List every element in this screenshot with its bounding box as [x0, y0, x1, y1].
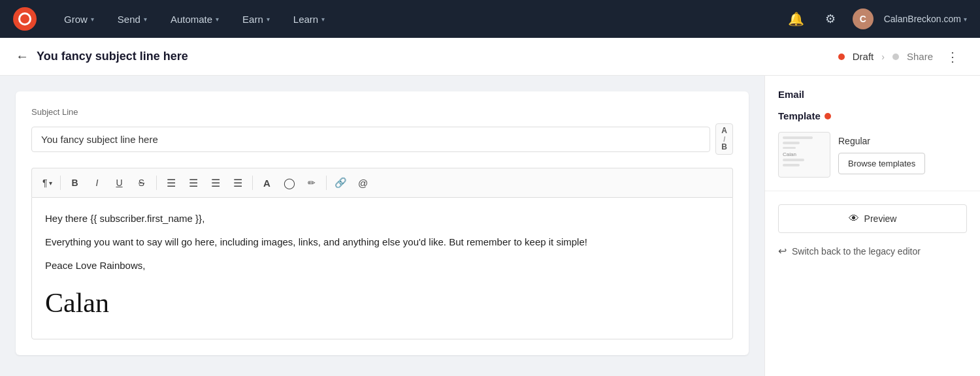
subject-label: Subject Line — [31, 107, 733, 117]
preview-text: Calan — [783, 151, 826, 157]
toolbar-separator-3 — [252, 176, 253, 190]
template-section-title: Template — [778, 110, 967, 121]
ab-label-a: A — [721, 127, 727, 135]
template-preview-thumbnail: Calan — [778, 132, 830, 178]
page-title: You fancy subject line here — [37, 50, 188, 63]
eraser-button[interactable]: ✏ — [301, 172, 322, 193]
legacy-editor-link[interactable]: ↩ Switch back to the legacy editor — [778, 245, 967, 257]
nav-item-automate[interactable]: Automate ▾ — [161, 8, 228, 30]
editor-card: Subject Line A / B ¶ ▾ B I U S — [16, 91, 749, 355]
preview-line-3 — [783, 147, 796, 149]
right-panel: Email Template Calan — [764, 76, 980, 376]
legacy-section: ↩ Switch back to the legacy editor — [765, 236, 980, 266]
email-section-title: Email — [778, 89, 967, 100]
nav-automate-label: Automate — [171, 14, 212, 25]
nav-learn-label: Learn — [293, 14, 318, 25]
template-dot-icon — [825, 113, 831, 119]
editor-line-3: Peace Love Rainbows, — [45, 258, 719, 274]
text-size-button[interactable]: A — [257, 172, 278, 193]
align-justify-button[interactable]: ☰ — [227, 172, 248, 193]
preview-section: 👁 Preview — [765, 204, 980, 236]
ab-label-b: B — [721, 143, 727, 151]
nav-item-earn[interactable]: Earn ▾ — [233, 8, 279, 30]
paragraph-chevron-icon: ▾ — [49, 180, 52, 187]
strikethrough-button[interactable]: S — [131, 172, 152, 193]
status-dot-icon — [838, 54, 845, 60]
editor-body[interactable]: Hey there {{ subscriber.first_name }}, E… — [31, 197, 733, 339]
template-name: Regular — [838, 136, 967, 146]
align-center-button[interactable]: ☰ — [183, 172, 204, 193]
legacy-link-label: Switch back to the legacy editor — [792, 246, 921, 257]
editor-line-2: Everything you want to say will go here,… — [45, 234, 719, 250]
automate-chevron-icon: ▾ — [216, 16, 219, 23]
domain-label: CalanBreckon.com — [884, 14, 961, 24]
bold-button[interactable]: B — [65, 172, 86, 193]
browse-templates-button[interactable]: Browse templates — [838, 153, 925, 174]
share-label: Share — [907, 51, 933, 62]
more-options-button[interactable]: ⋮ — [941, 46, 964, 67]
header-bar: ← You fancy subject line here Draft › Sh… — [0, 38, 980, 76]
subject-input-row: A / B — [31, 123, 733, 155]
preview-line-5 — [783, 164, 800, 166]
paragraph-icon: ¶ — [42, 178, 48, 188]
paragraph-format-button[interactable]: ¶ ▾ — [39, 175, 56, 191]
nav-grow-label: Grow — [64, 14, 88, 25]
nav-earn-label: Earn — [242, 14, 263, 25]
highlight-button[interactable]: ◯ — [279, 172, 300, 193]
subject-input[interactable] — [31, 127, 710, 152]
ab-test-badge[interactable]: A / B — [715, 123, 733, 155]
nav-right-section: 🔔 ⚙ C CalanBreckon.com ▾ — [785, 7, 967, 31]
template-info: Regular Browse templates — [838, 136, 967, 174]
toolbar-separator-4 — [326, 176, 327, 190]
nav-item-learn[interactable]: Learn ▾ — [284, 8, 334, 30]
avatar[interactable]: C — [853, 8, 874, 29]
send-chevron-icon: ▾ — [144, 16, 147, 23]
app-logo[interactable] — [13, 7, 37, 31]
domain-selector[interactable]: CalanBreckon.com ▾ — [884, 14, 967, 24]
editor-signature: Calan — [45, 281, 719, 325]
editor-area: Subject Line A / B ¶ ▾ B I U S — [0, 76, 764, 376]
link-button[interactable]: 🔗 — [331, 172, 351, 193]
align-left-button[interactable]: ☰ — [161, 172, 182, 193]
editor-toolbar: ¶ ▾ B I U S ☰ ☰ ☰ ☰ A ◯ ✏ 🔗 @ — [31, 168, 733, 197]
nav-item-grow[interactable]: Grow ▾ — [55, 8, 103, 30]
italic-button[interactable]: I — [87, 172, 108, 193]
nav-send-label: Send — [118, 14, 140, 25]
template-row: Calan Regular Browse templates — [778, 132, 967, 178]
back-button[interactable]: ← — [16, 49, 29, 64]
header-right: Draft › Share ⋮ — [838, 46, 964, 67]
earn-chevron-icon: ▾ — [267, 16, 270, 23]
settings-icon[interactable]: ⚙ — [819, 7, 842, 31]
toolbar-separator-1 — [60, 176, 61, 190]
preview-line-2 — [783, 142, 800, 144]
toolbar-separator-2 — [156, 176, 157, 190]
template-subsection: Template Calan Regular Browse templat — [778, 110, 967, 178]
legacy-link-icon: ↩ — [778, 245, 787, 257]
editor-line-1: Hey there {{ subscriber.first_name }}, — [45, 211, 719, 227]
preview-button[interactable]: 👁 Preview — [778, 204, 967, 233]
main-layout: Subject Line A / B ¶ ▾ B I U S — [0, 76, 980, 376]
status-label: Draft — [853, 51, 874, 62]
preview-line-1 — [783, 136, 813, 139]
share-dot-icon — [892, 54, 899, 60]
learn-chevron-icon: ▾ — [321, 16, 325, 23]
align-right-button[interactable]: ☰ — [205, 172, 226, 193]
preview-line-4 — [783, 159, 804, 161]
top-navigation: Grow ▾ Send ▾ Automate ▾ Earn ▾ Learn ▾ … — [0, 0, 980, 38]
domain-chevron-icon: ▾ — [964, 16, 967, 23]
email-section: Email Template Calan — [765, 76, 980, 191]
underline-button[interactable]: U — [109, 172, 130, 193]
status-chevron-icon: › — [881, 52, 885, 62]
grow-chevron-icon: ▾ — [91, 16, 94, 23]
notification-bell-icon[interactable]: 🔔 — [785, 7, 808, 31]
preview-btn-label: Preview — [864, 213, 897, 224]
mention-button[interactable]: @ — [353, 172, 374, 193]
template-label: Template — [778, 110, 821, 121]
nav-item-send[interactable]: Send ▾ — [108, 8, 156, 30]
eye-icon: 👁 — [849, 213, 859, 225]
